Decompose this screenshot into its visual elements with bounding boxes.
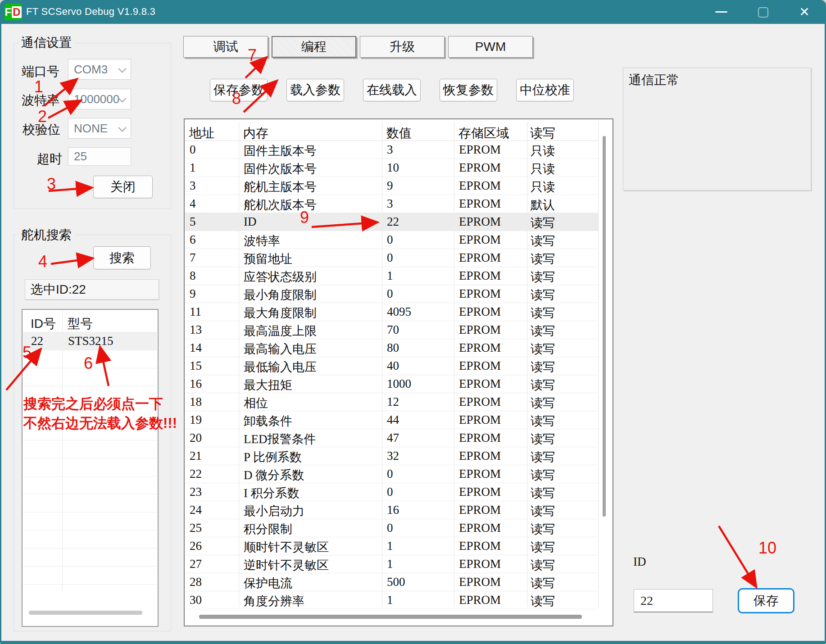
- action-button-载入参数[interactable]: 载入参数: [286, 79, 344, 101]
- table-row[interactable]: 14最高输入电压80EPROM读写: [185, 339, 598, 357]
- table-row[interactable]: 16最大扭矩1000EPROM读写: [185, 375, 598, 393]
- register-table-vscrollbar[interactable]: [603, 136, 606, 517]
- port-value: COM3: [74, 63, 108, 77]
- register-table-hscrollbar[interactable]: [199, 615, 582, 619]
- table-row[interactable]: 8应答状态级别1EPROM读写: [185, 267, 598, 285]
- cell-addr: 24: [190, 503, 202, 517]
- cell-area: EPROM: [459, 413, 501, 427]
- cell-name: 最小角度限制: [244, 287, 317, 303]
- cell-rw: 读写: [531, 485, 555, 501]
- minimize-icon[interactable]: [715, 11, 727, 13]
- table-row[interactable]: 6波特率0EPROM读写: [185, 231, 598, 249]
- save-button[interactable]: 保存: [738, 588, 794, 613]
- cell-value: 1000: [387, 377, 411, 391]
- table-row[interactable]: 30角度分辨率1EPROM读写: [185, 591, 598, 609]
- cell-rw: 读写: [531, 593, 555, 609]
- table-row[interactable]: 11最大角度限制4095EPROM读写: [185, 303, 598, 321]
- cell-area: EPROM: [459, 179, 501, 193]
- table-row[interactable]: 21P 比例系数32EPROM读写: [185, 447, 598, 465]
- action-button-在线载入[interactable]: 在线载入: [363, 79, 421, 101]
- selected-id-panel: 选中ID:22: [25, 279, 159, 299]
- table-row[interactable]: 3舵机主版本号9EPROM只读: [185, 177, 598, 195]
- table-row[interactable]: 13最高温度上限70EPROM读写: [185, 321, 598, 339]
- close-icon[interactable]: ✕: [796, 4, 812, 20]
- cell-value: 0: [387, 287, 393, 301]
- tab-编程[interactable]: 编程: [272, 36, 356, 58]
- table-row[interactable]: 25积分限制0EPROM读写: [185, 519, 598, 537]
- port-select[interactable]: COM3: [68, 59, 131, 80]
- chevron-down-icon: [118, 64, 126, 73]
- servo-list-hscrollbar[interactable]: [29, 611, 142, 615]
- table-row[interactable]: 7预留地址0EPROM读写: [185, 249, 598, 267]
- annotation-step-2: 2: [38, 107, 47, 126]
- table-row[interactable]: 24最小启动力16EPROM读写: [185, 501, 598, 519]
- cell-value: 3: [387, 143, 393, 157]
- cell-name: 最高温度上限: [244, 323, 317, 339]
- table-row[interactable]: 4舵机次版本号3EPROM默认: [185, 195, 598, 213]
- cell-name: 逆时针不灵敏区: [244, 557, 329, 573]
- cell-value: 47: [387, 431, 399, 445]
- action-button-中位校准[interactable]: 中位校准: [516, 79, 574, 101]
- table-row[interactable]: 18相位12EPROM读写: [185, 393, 598, 411]
- tab-PWM[interactable]: PWM: [448, 36, 533, 58]
- app-logo-icon: F D: [5, 4, 22, 20]
- cell-name: 波特率: [244, 233, 280, 249]
- parity-select[interactable]: NONE: [68, 118, 131, 139]
- cell-name: 预留地址: [244, 251, 292, 267]
- table-row[interactable]: 19卸载条件44EPROM读写: [185, 411, 598, 429]
- cell-addr: 5: [190, 215, 196, 229]
- table-row[interactable]: 9最小角度限制0EPROM读写: [185, 285, 598, 303]
- tab-升级[interactable]: 升级: [360, 36, 445, 58]
- table-row[interactable]: 0固件主版本号3EPROM只读: [185, 141, 598, 159]
- register-table[interactable]: 地址内存数值存储区域读写 0固件主版本号3EPROM只读1固件次版本号10EPR…: [184, 118, 613, 626]
- search-button[interactable]: 搜索: [93, 246, 151, 269]
- cell-rw: 读写: [531, 449, 555, 465]
- table-column-header-地址: 地址: [189, 125, 214, 142]
- cell-addr: 4: [190, 197, 196, 211]
- table-row[interactable]: 5ID22EPROM读写: [185, 213, 598, 231]
- table-row[interactable]: 26顺时针不灵敏区1EPROM读写: [185, 537, 598, 555]
- cell-area: EPROM: [459, 143, 501, 157]
- table-row[interactable]: 1固件次版本号10EPROM只读: [185, 159, 598, 177]
- cell-area: EPROM: [459, 377, 501, 391]
- cell-addr: 18: [190, 395, 202, 409]
- servo-list-col-model: 型号: [68, 315, 93, 332]
- table-column-header-存储区域: 存储区域: [458, 125, 509, 142]
- servo-list-grid-line: [23, 494, 157, 494]
- cell-value: 0: [387, 467, 393, 481]
- servo-list-grid-line: [23, 566, 157, 567]
- cell-value: 1: [387, 269, 393, 283]
- id-label: ID: [633, 555, 646, 569]
- table-row[interactable]: 22D 微分系数0EPROM读写: [185, 465, 598, 483]
- cell-addr: 6: [190, 233, 196, 247]
- cell-rw: 读写: [531, 467, 555, 483]
- cell-name: 最低输入电压: [244, 359, 317, 375]
- table-column-divider: [598, 122, 599, 608]
- annotation-step-8: 8: [232, 89, 241, 108]
- timeout-input[interactable]: 25: [68, 147, 131, 166]
- cell-area: EPROM: [459, 215, 501, 229]
- table-row[interactable]: 15最低输入电压40EPROM读写: [185, 357, 598, 375]
- cell-addr: 28: [190, 575, 202, 589]
- id-value: 22: [640, 594, 653, 608]
- table-row[interactable]: 27逆时针不灵敏区1EPROM读写: [185, 555, 598, 573]
- id-input[interactable]: 22: [634, 589, 713, 612]
- maximize-icon[interactable]: [758, 7, 768, 18]
- table-column-header-读写: 读写: [530, 125, 555, 142]
- cell-rw: 读写: [531, 359, 555, 375]
- cell-addr: 21: [190, 449, 202, 463]
- title-bar[interactable]: F D FT SCServo Debug V1.9.8.3 ✕: [0, 0, 826, 24]
- selected-id-label: 选中ID:22: [31, 281, 86, 298]
- servo-list-row[interactable]: 22STS3215: [23, 332, 157, 350]
- baud-select[interactable]: 1000000: [68, 89, 131, 109]
- action-button-恢复参数[interactable]: 恢复参数: [440, 79, 497, 101]
- close-port-button[interactable]: 关闭: [93, 176, 153, 198]
- cell-addr: 20: [190, 431, 202, 445]
- table-row[interactable]: 23I 积分系数0EPROM读写: [185, 483, 598, 501]
- table-row[interactable]: 20LED报警条件47EPROM读写: [185, 429, 598, 447]
- logo-letter-d: D: [12, 6, 21, 18]
- cell-addr: 22: [190, 467, 202, 481]
- cell-rw: 读写: [531, 575, 555, 591]
- table-row[interactable]: 28保护电流500EPROM读写: [185, 573, 598, 591]
- cell-area: EPROM: [459, 161, 501, 175]
